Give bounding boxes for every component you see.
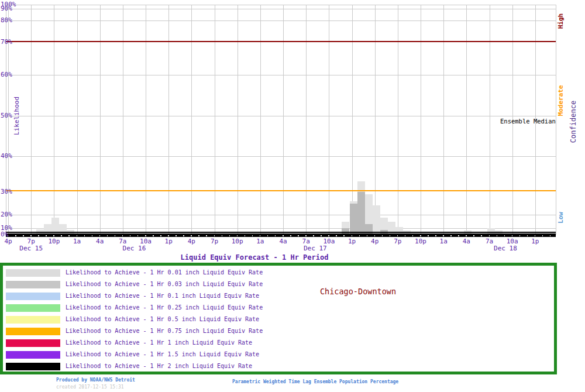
gridline-horizontal	[6, 9, 556, 9]
x-axis-date-label: Dec 16	[116, 245, 152, 252]
bar-0.03-inch	[357, 192, 365, 235]
confidence-high-label: High	[557, 13, 565, 29]
y-axis-tick-label: 70%	[1, 39, 12, 46]
y-axis-tick-label: 60%	[1, 71, 12, 78]
legend-label-row-5: Likelihood to Achieve - 1 Hr 0.5 inch Li…	[66, 315, 259, 323]
y-axis-tick-label: 10%	[1, 225, 12, 232]
y-axis-tick-label: 80%	[1, 17, 12, 24]
gridline-vertical	[466, 5, 467, 235]
gridline-vertical	[283, 5, 284, 235]
x-axis-tick-label: 1p	[159, 238, 178, 245]
station-name: Chicago-Downtown	[320, 287, 396, 296]
gridline-vertical	[77, 5, 78, 235]
legend-swatch-row-2	[6, 281, 60, 288]
legend-label-row-6: Likelihood to Achieve - 1 Hr 0.75 inch L…	[66, 327, 263, 335]
x-axis-line	[6, 232, 556, 233]
x-axis-tick-label: 7p	[205, 238, 224, 245]
gridline-vertical	[191, 5, 192, 235]
ensemble-median-label: Ensemble Median	[500, 118, 556, 125]
x-axis-tick-label: 4a	[274, 238, 292, 245]
y-axis-tick-label: 30%	[1, 188, 12, 195]
y-axis-tick-label: 100%	[1, 1, 16, 8]
x-axis-tick-label: 1a	[68, 238, 87, 245]
gridline-vertical	[490, 5, 490, 235]
legend-swatch-row-3	[6, 293, 60, 300]
x-axis-tick-label: 10p	[411, 238, 430, 245]
gridline-vertical	[375, 5, 376, 235]
legend-swatch-row-7	[6, 339, 60, 347]
gridline-vertical	[54, 5, 54, 235]
x-axis-tick-label: 10p	[44, 238, 63, 245]
confidence-low-label: Low	[557, 212, 565, 223]
x-axis-tick-label: 4p	[182, 238, 201, 245]
gridline-vertical	[146, 5, 146, 235]
confidence-moderate-label: Moderate	[557, 85, 565, 116]
legend-label-row-4: Likelihood to Achieve - 1 Hr 0.25 inch L…	[66, 304, 263, 311]
y-axis-tick-label: 40%	[1, 153, 12, 160]
legend-label-row-3: Likelihood to Achieve - 1 Hr 0.1 inch Li…	[66, 292, 259, 300]
gridline-vertical	[421, 5, 421, 235]
x-axis-tick-label: 1a	[251, 238, 270, 245]
footer-method: Parametric Weighted Time Lag Ensemble Po…	[232, 379, 398, 384]
x-axis-hour-ticks	[6, 235, 556, 236]
legend-swatch-row-4	[6, 304, 60, 312]
legend-swatch-row-5	[6, 316, 60, 324]
gridline-horizontal	[6, 215, 556, 215]
x-axis-tick-label: 1p	[343, 238, 362, 245]
gridline-vertical	[398, 5, 398, 235]
x-axis-date-label: Dec 15	[13, 245, 49, 252]
y-axis-tick-label: 20%	[1, 211, 12, 218]
x-axis-tick-label: 7p	[388, 238, 407, 245]
gridline-vertical	[329, 5, 329, 235]
precip-likelihood-meteogram: 0%10%20%30%40%50%60%70%80%90%100%4p7p10p…	[0, 0, 585, 392]
x-axis-date-label: Dec 17	[298, 245, 333, 252]
y-axis-title: Likelihood	[13, 97, 20, 135]
confidence-axis-title: Confidence	[569, 101, 577, 143]
legend-swatch-row-1	[6, 269, 60, 277]
x-axis-tick-label: 1p	[526, 238, 545, 245]
legend-label-row-1: Likelihood to Achieve - 1 Hr 0.01 inch L…	[66, 269, 263, 276]
legend-swatch-row-6	[6, 328, 60, 335]
gridline-horizontal	[6, 116, 556, 116]
gridline-vertical	[31, 5, 32, 235]
gridline-vertical	[100, 5, 101, 235]
x-axis-tick-label: 4a	[457, 238, 476, 245]
footer-created-timestamp: created 2017-12-15 15:31	[56, 384, 124, 390]
gridline-horizontal	[6, 5, 556, 5]
gridline-vertical	[352, 5, 353, 235]
gridline-vertical	[168, 5, 169, 235]
gridline-vertical	[443, 5, 444, 235]
bar-0.03-inch	[350, 204, 357, 235]
gridline-vertical	[306, 5, 307, 235]
legend-label-row-7: Likelihood to Achieve - 1 Hr 1 inch Liqu…	[66, 339, 252, 346]
y-axis-tick-label: 50%	[1, 112, 12, 119]
gridline-vertical	[238, 5, 238, 235]
x-axis-tick-label: 4a	[91, 238, 109, 245]
chart-title: Liquid Equiv Forecast - 1 Hr Period	[181, 253, 329, 262]
legend-swatch-row-9	[6, 363, 60, 370]
gridline-horizontal	[6, 75, 556, 75]
x-axis-tick-label: 4p	[0, 238, 18, 245]
gridline-vertical	[215, 5, 215, 235]
gridline-horizontal	[6, 156, 556, 157]
confidence-threshold-line-high	[6, 41, 556, 42]
footer-produced-by: Produced by NOAA/NWS Detroit	[56, 377, 135, 383]
legend-swatch-row-8	[6, 351, 60, 359]
x-axis-tick-label: 4p	[366, 238, 384, 245]
legend-label-row-9: Likelihood to Achieve - 1 Hr 2 inch Liqu…	[66, 362, 252, 370]
confidence-threshold-line-moderate	[6, 190, 556, 191]
x-axis-tick-label: 10p	[228, 238, 247, 245]
bar-0.01-inch	[373, 205, 380, 235]
plot-border-right	[556, 5, 556, 235]
x-axis-date-label: Dec 18	[488, 245, 523, 252]
gridline-vertical	[260, 5, 261, 235]
gridline-horizontal	[6, 228, 556, 229]
gridline-vertical	[123, 5, 123, 235]
x-axis-tick-label: 1a	[434, 238, 453, 245]
legend-label-row-2: Likelihood to Achieve - 1 Hr 0.03 inch L…	[66, 280, 263, 288]
gridline-horizontal	[6, 20, 556, 21]
legend-label-row-8: Likelihood to Achieve - 1 Hr 1.5 inch Li…	[66, 350, 259, 358]
